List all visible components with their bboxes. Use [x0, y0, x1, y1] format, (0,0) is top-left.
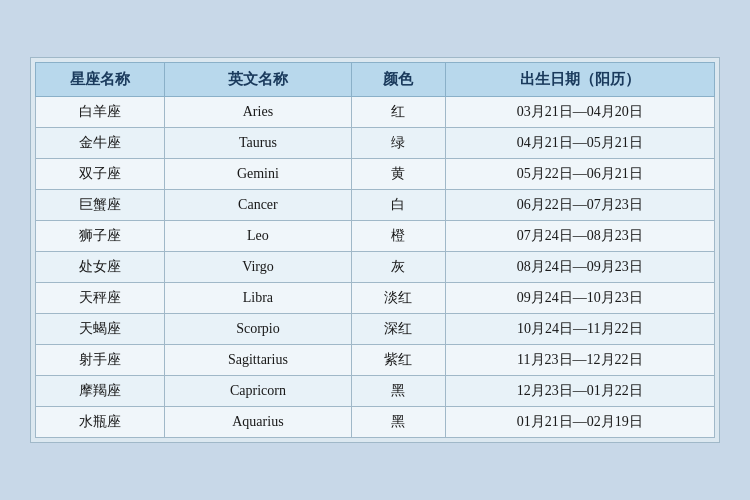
cell-zh: 射手座 [36, 345, 165, 376]
cell-date: 07月24日—08月23日 [445, 221, 714, 252]
table-row: 巨蟹座Cancer白06月22日—07月23日 [36, 190, 715, 221]
cell-date: 03月21日—04月20日 [445, 97, 714, 128]
cell-zh: 双子座 [36, 159, 165, 190]
table-row: 摩羯座Capricorn黑12月23日—01月22日 [36, 376, 715, 407]
cell-color: 深红 [352, 314, 446, 345]
cell-date: 06月22日—07月23日 [445, 190, 714, 221]
cell-zh: 狮子座 [36, 221, 165, 252]
cell-zh: 天蝎座 [36, 314, 165, 345]
cell-en: Libra [164, 283, 351, 314]
cell-date: 08月24日—09月23日 [445, 252, 714, 283]
cell-date: 11月23日—12月22日 [445, 345, 714, 376]
cell-color: 黑 [352, 407, 446, 438]
cell-en: Virgo [164, 252, 351, 283]
table-row: 天秤座Libra淡红09月24日—10月23日 [36, 283, 715, 314]
table-row: 白羊座Aries红03月21日—04月20日 [36, 97, 715, 128]
cell-date: 04月21日—05月21日 [445, 128, 714, 159]
cell-date: 09月24日—10月23日 [445, 283, 714, 314]
cell-zh: 摩羯座 [36, 376, 165, 407]
table-row: 金牛座Taurus绿04月21日—05月21日 [36, 128, 715, 159]
table-header-row: 星座名称 英文名称 颜色 出生日期（阳历） [36, 63, 715, 97]
cell-color: 橙 [352, 221, 446, 252]
cell-en: Cancer [164, 190, 351, 221]
cell-en: Aries [164, 97, 351, 128]
table-row: 双子座Gemini黄05月22日—06月21日 [36, 159, 715, 190]
cell-zh: 天秤座 [36, 283, 165, 314]
cell-en: Leo [164, 221, 351, 252]
cell-color: 黑 [352, 376, 446, 407]
header-color: 颜色 [352, 63, 446, 97]
cell-color: 黄 [352, 159, 446, 190]
header-zh: 星座名称 [36, 63, 165, 97]
cell-zh: 处女座 [36, 252, 165, 283]
cell-en: Aquarius [164, 407, 351, 438]
cell-color: 白 [352, 190, 446, 221]
cell-date: 12月23日—01月22日 [445, 376, 714, 407]
cell-zh: 白羊座 [36, 97, 165, 128]
table-row: 狮子座Leo橙07月24日—08月23日 [36, 221, 715, 252]
cell-color: 红 [352, 97, 446, 128]
zodiac-table: 星座名称 英文名称 颜色 出生日期（阳历） 白羊座Aries红03月21日—04… [35, 62, 715, 438]
cell-zh: 金牛座 [36, 128, 165, 159]
cell-en: Sagittarius [164, 345, 351, 376]
table-row: 处女座Virgo灰08月24日—09月23日 [36, 252, 715, 283]
cell-zh: 巨蟹座 [36, 190, 165, 221]
cell-color: 紫红 [352, 345, 446, 376]
table-row: 水瓶座Aquarius黑01月21日—02月19日 [36, 407, 715, 438]
cell-en: Gemini [164, 159, 351, 190]
cell-en: Taurus [164, 128, 351, 159]
cell-en: Scorpio [164, 314, 351, 345]
cell-date: 05月22日—06月21日 [445, 159, 714, 190]
cell-en: Capricorn [164, 376, 351, 407]
header-en: 英文名称 [164, 63, 351, 97]
zodiac-table-container: 星座名称 英文名称 颜色 出生日期（阳历） 白羊座Aries红03月21日—04… [30, 57, 720, 443]
cell-color: 灰 [352, 252, 446, 283]
cell-color: 淡红 [352, 283, 446, 314]
header-date: 出生日期（阳历） [445, 63, 714, 97]
table-row: 天蝎座Scorpio深红10月24日—11月22日 [36, 314, 715, 345]
table-row: 射手座Sagittarius紫红11月23日—12月22日 [36, 345, 715, 376]
cell-date: 10月24日—11月22日 [445, 314, 714, 345]
cell-color: 绿 [352, 128, 446, 159]
cell-zh: 水瓶座 [36, 407, 165, 438]
cell-date: 01月21日—02月19日 [445, 407, 714, 438]
